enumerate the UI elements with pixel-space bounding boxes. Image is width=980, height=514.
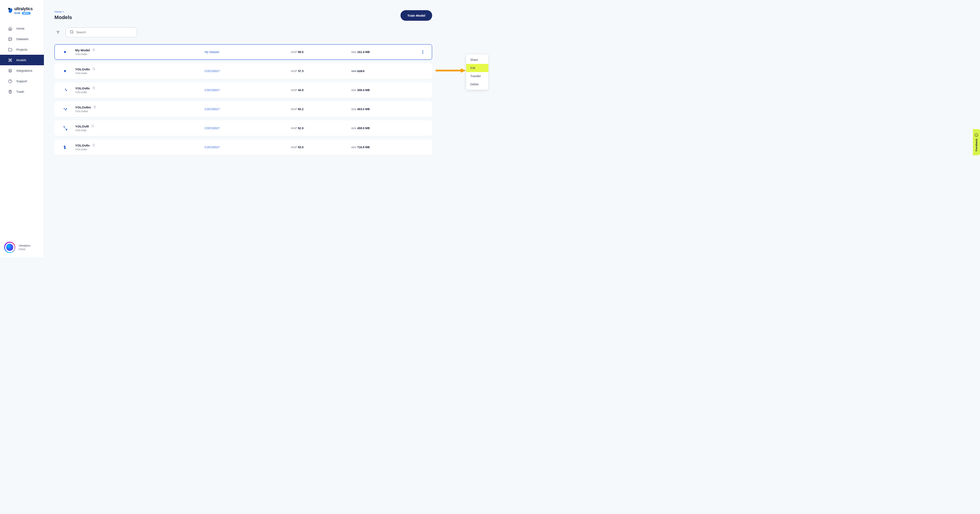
model-name-col: YOLOv8x YOLOv8x	[75, 143, 205, 151]
sidebar-item-trash[interactable]: Trash	[0, 86, 44, 97]
svg-rect-43	[93, 145, 95, 146]
sidebar-item-projects[interactable]: Projects	[0, 44, 44, 55]
filter-button[interactable]	[54, 29, 61, 36]
help-icon	[8, 79, 12, 83]
model-row[interactable]: YOLOv8x YOLOv8x COCO2017 mAP 53.9 size 7…	[54, 140, 432, 155]
model-dataset[interactable]: COCO2017	[205, 146, 291, 149]
controls-row	[54, 27, 432, 37]
breadcrumb-home[interactable]: Home	[54, 10, 62, 13]
sidebar-item-label: Trash	[16, 90, 24, 94]
sidebar-item-home[interactable]: Home	[0, 23, 44, 34]
model-arch: YOLOv8s	[75, 91, 205, 94]
lock-icon	[91, 124, 94, 128]
sidebar-item-label: Datasets	[16, 37, 29, 41]
model-arch: YOLOv8x	[75, 148, 205, 151]
avatar	[4, 242, 15, 253]
sidebar-item-label: Projects	[16, 48, 27, 51]
model-row[interactable]: My Model YOLOv8n My Dataset mAP 89.5 siz…	[54, 44, 432, 60]
model-icon	[61, 105, 69, 113]
model-icon	[61, 124, 69, 132]
model-dataset[interactable]: COCO2017	[205, 69, 291, 73]
more-button[interactable]	[420, 50, 425, 55]
model-name: YOLOv8m	[75, 105, 91, 109]
lock-icon	[92, 48, 95, 52]
context-menu: ShareEditTransferDelete	[466, 54, 488, 90]
model-name-col: YOLOv8n YOLOv8n	[75, 67, 205, 75]
svg-point-9	[70, 30, 73, 33]
image-icon	[8, 37, 12, 41]
home-icon	[8, 26, 12, 30]
lock-icon	[93, 105, 96, 109]
main-content: Home > Models Train Model My Model YOLOv…	[44, 0, 490, 257]
user-plan: FREE	[19, 248, 30, 251]
model-row[interactable]: YOLOv8s YOLOv8s COCO2017 mAP 44.9 size 3…	[54, 82, 432, 98]
model-dataset[interactable]: COCO2017	[205, 108, 291, 111]
model-dataset[interactable]: COCO2017	[205, 127, 291, 130]
model-map: mAP 50.2	[291, 108, 351, 111]
breadcrumb-sep: >	[63, 10, 64, 13]
svg-point-40	[64, 148, 65, 149]
model-icon	[61, 143, 69, 151]
folder-icon	[8, 47, 12, 52]
brand-name: ultralytics	[14, 6, 33, 11]
page-header: Home > Models Train Model	[54, 10, 432, 21]
sidebar-item-models[interactable]: Models	[0, 55, 44, 65]
context-menu-item-delete[interactable]: Delete	[466, 80, 488, 88]
svg-line-10	[73, 33, 73, 33]
sidebar-item-label: Integrations	[16, 69, 32, 72]
model-name-col: My Model YOLOv8n	[75, 48, 205, 56]
breadcrumb[interactable]: Home >	[54, 10, 72, 13]
user-meta: Ultralytics FREE	[19, 244, 30, 251]
model-size: size 308.4 MB	[351, 88, 420, 92]
context-menu-item-transfer[interactable]: Transfer	[466, 72, 488, 80]
svg-point-14	[422, 53, 423, 54]
search-input[interactable]	[76, 30, 133, 34]
sidebar-item-label: Models	[16, 59, 26, 62]
svg-rect-25	[94, 107, 95, 108]
model-name: YOLOv8x	[75, 143, 90, 147]
model-name-col: YOLOv8s YOLOv8s	[75, 86, 205, 94]
sidebar-item-integrations[interactable]: Integrations	[0, 65, 44, 76]
sidebar: ultralytics HUB BETA Home Datasets Proje…	[0, 0, 44, 257]
svg-point-24	[66, 108, 67, 109]
model-dataset[interactable]: COCO2017	[205, 88, 291, 92]
svg-point-18	[66, 90, 67, 91]
svg-rect-15	[93, 69, 95, 70]
svg-point-22	[64, 108, 65, 109]
sidebar-item-datasets[interactable]: Datasets	[0, 34, 44, 44]
brand-sub: HUB	[14, 11, 21, 14]
model-dataset[interactable]: My Dataset	[205, 50, 291, 54]
sidebar-item-label: Support	[16, 79, 27, 83]
svg-marker-3	[8, 69, 12, 71]
logo[interactable]: ultralytics HUB BETA	[8, 6, 37, 14]
context-menu-item-edit[interactable]: Edit	[466, 64, 488, 72]
logo-text: ultralytics HUB BETA	[14, 6, 33, 14]
model-icon	[61, 48, 69, 56]
search-box[interactable]	[66, 27, 137, 37]
sidebar-nav: Home Datasets Projects Models Integratio…	[0, 23, 44, 97]
sidebar-footer[interactable]: Ultralytics FREE	[0, 238, 44, 257]
search-icon	[70, 30, 74, 35]
model-row[interactable]: YOLOv8l YOLOv8l COCO2017 mAP 52.9 size 4…	[54, 121, 432, 136]
svg-point-32	[66, 128, 67, 130]
svg-line-27	[64, 127, 66, 130]
model-row[interactable]: YOLOv8n YOLOv8n COCO2017 mAP 37.3 size 1…	[54, 63, 432, 79]
svg-point-12	[422, 50, 423, 51]
logo-area: ultralytics HUB BETA	[0, 0, 44, 20]
lock-icon	[92, 143, 95, 147]
model-name: YOLOv8l	[75, 124, 89, 128]
model-arch: YOLOv8l	[75, 129, 205, 132]
sidebar-item-support[interactable]: Support	[0, 76, 44, 86]
logo-mark-icon	[8, 8, 13, 14]
svg-point-39	[64, 146, 65, 148]
model-size: size 463.0 MB	[351, 108, 420, 111]
svg-rect-44	[436, 70, 461, 71]
model-row[interactable]: YOLOv8m YOLOv8m COCO2017 mAP 50.2 size 4…	[54, 101, 432, 117]
model-arch: YOLOv8m	[75, 110, 205, 113]
model-name-col: YOLOv8m YOLOv8m	[75, 105, 205, 113]
user-name: Ultralytics	[19, 244, 30, 247]
svg-point-23	[65, 109, 66, 110]
model-map: mAP 53.9	[291, 146, 351, 149]
context-menu-item-share[interactable]: Share	[466, 56, 488, 64]
train-model-button[interactable]: Train Model	[401, 10, 432, 21]
